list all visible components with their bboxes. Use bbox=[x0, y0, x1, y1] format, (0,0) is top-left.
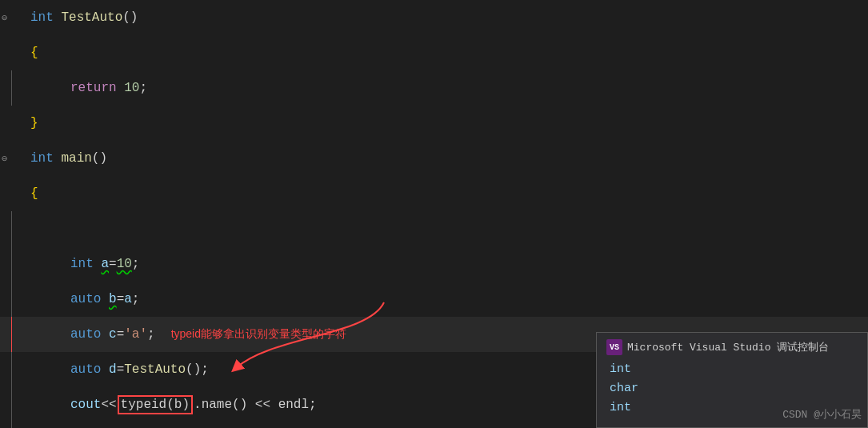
code-line-8: int a = 10 ; bbox=[0, 246, 868, 282]
code-line-9: auto b = a ; bbox=[0, 282, 868, 317]
keyword-auto-1: auto bbox=[70, 292, 101, 306]
keyword-int-2: int bbox=[30, 151, 54, 166]
space bbox=[54, 10, 62, 25]
op-3: = bbox=[117, 327, 125, 342]
name-call-1: .name() << endl; bbox=[194, 398, 317, 412]
line-content-9: auto b = a ; bbox=[24, 282, 868, 317]
brace-open-2: { bbox=[30, 186, 38, 201]
char-literal: 'a' bbox=[124, 327, 147, 342]
keyword-int-1: int bbox=[30, 10, 54, 25]
collapse-icon-2[interactable]: ⊖ bbox=[2, 153, 7, 165]
semi-2: ; bbox=[132, 257, 140, 271]
typeid-b-boxed: typeid(b) bbox=[118, 395, 193, 414]
collapse-icon-1[interactable]: ⊖ bbox=[2, 12, 7, 24]
paren-3: (); bbox=[186, 362, 209, 377]
code-line-4: } bbox=[0, 106, 868, 141]
code-editor: ⊖ int TestAuto () { return 10 ; bbox=[0, 0, 868, 428]
op-5: << bbox=[101, 398, 116, 412]
gutter-1: ⊖ bbox=[0, 0, 24, 35]
gutter-2 bbox=[0, 35, 24, 70]
keyword-return: return bbox=[70, 81, 117, 95]
line-content-2: { bbox=[24, 35, 868, 70]
line-content-6: { bbox=[24, 176, 868, 211]
gutter-12 bbox=[0, 387, 24, 422]
line-content-5: int main () bbox=[24, 141, 868, 176]
number-10: 10 bbox=[124, 81, 139, 95]
line-content-8: int a = 10 ; bbox=[24, 246, 868, 282]
op-4: = bbox=[117, 362, 125, 377]
gutter-6 bbox=[0, 176, 24, 211]
gutter-8 bbox=[0, 246, 24, 282]
op-1: = bbox=[109, 257, 117, 271]
gutter-7 bbox=[0, 211, 24, 246]
paren-1: () bbox=[122, 10, 138, 25]
code-line-2: { bbox=[0, 35, 868, 70]
code-line-1: ⊖ int TestAuto () bbox=[0, 0, 868, 35]
vs-icon: VS bbox=[606, 339, 622, 355]
code-line-6: { bbox=[0, 176, 868, 211]
fn-testauto: TestAuto bbox=[61, 10, 122, 25]
var-b: b bbox=[109, 292, 117, 306]
fn-testauto-call: TestAuto bbox=[124, 362, 186, 377]
tooltip-title: Microsoft Visual Studio 调试控制台 bbox=[627, 340, 829, 354]
space bbox=[117, 81, 125, 95]
tooltip-header: VS Microsoft Visual Studio 调试控制台 bbox=[606, 339, 858, 355]
vs-icon-label: VS bbox=[610, 343, 619, 352]
var-a: a bbox=[101, 257, 109, 271]
tooltip-result-2: char bbox=[610, 379, 858, 398]
code-line-7 bbox=[0, 211, 868, 246]
gutter-13 bbox=[0, 422, 24, 428]
code-line-3: return 10 ; bbox=[0, 70, 868, 106]
code-line-5: ⊖ int main () bbox=[0, 141, 868, 176]
gutter-10 bbox=[0, 317, 24, 352]
watermark: CSDN @小小石昊 bbox=[782, 407, 862, 422]
annotation-text: typeid能够拿出识别变量类型的字符 bbox=[171, 327, 346, 342]
cout-1: cout bbox=[70, 398, 101, 412]
semi-3: ; bbox=[132, 292, 140, 306]
space bbox=[54, 151, 62, 166]
brace-close-1: } bbox=[30, 116, 38, 130]
gutter-3 bbox=[0, 70, 24, 106]
keyword-auto-2: auto bbox=[70, 327, 101, 342]
paren-2: () bbox=[92, 151, 107, 166]
number-10b: 10 bbox=[117, 257, 132, 271]
gutter-11 bbox=[0, 352, 24, 387]
var-a-ref: a bbox=[124, 292, 132, 306]
op-2: = bbox=[117, 292, 125, 306]
fn-main: main bbox=[61, 151, 91, 166]
tooltip-result-1: int bbox=[610, 360, 858, 379]
line-content-4: } bbox=[24, 106, 868, 141]
gutter-4 bbox=[0, 106, 24, 141]
keyword-int-3: int bbox=[70, 257, 94, 271]
var-c: c bbox=[109, 327, 117, 342]
semi-1: ; bbox=[139, 81, 147, 95]
line-content-7 bbox=[24, 211, 868, 246]
line-content-3: return 10 ; bbox=[24, 70, 868, 106]
gutter-5: ⊖ bbox=[0, 141, 24, 176]
semi-4: ; bbox=[147, 327, 155, 342]
var-d: d bbox=[109, 362, 117, 377]
brace-open-1: { bbox=[30, 46, 38, 60]
line-content-1: int TestAuto () bbox=[24, 0, 868, 35]
gutter-9 bbox=[0, 282, 24, 317]
keyword-auto-3: auto bbox=[70, 362, 101, 377]
